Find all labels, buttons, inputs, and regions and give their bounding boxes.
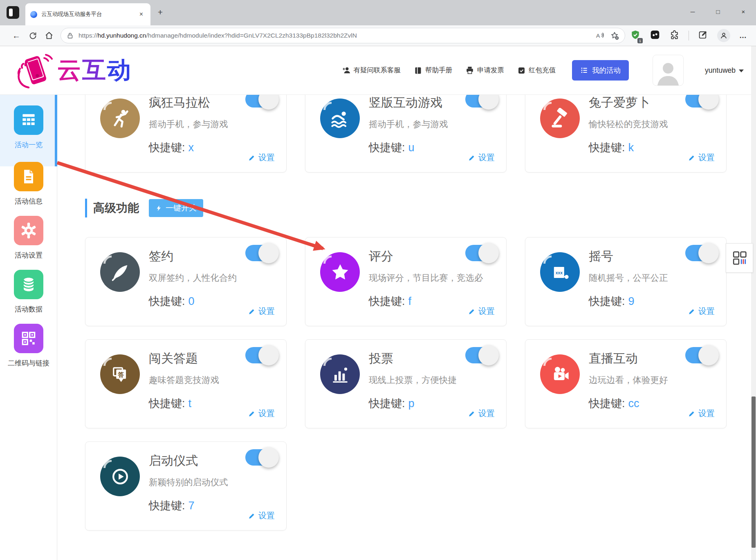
edit-collections-icon[interactable]	[698, 30, 708, 42]
address-bar[interactable]: https://hd.yunhudong.cn/hdmanage/hdmodul…	[61, 28, 625, 43]
sidebar-item-activity-overview[interactable]: 活动一览	[0, 105, 57, 150]
module-desc: 随机摇号，公平公正	[589, 272, 668, 284]
module-desc: 双屏签约，人性化合约	[149, 272, 237, 284]
help-manual-link[interactable]: 帮助手册	[414, 66, 452, 75]
user-avatar[interactable]	[653, 55, 684, 86]
sidebar-item-qrcode-links[interactable]: 二维码与链接	[0, 324, 57, 368]
redpacket-recharge-link[interactable]: 红包充值	[517, 66, 556, 75]
pencil-icon	[248, 308, 256, 315]
sidebar-item-activity-data[interactable]: 活动数据	[0, 270, 57, 314]
module-card-live-interaction: 直播互动 边玩边看，体验更好 快捷键:cc 设置	[525, 339, 727, 428]
shortcut-value: x	[188, 141, 194, 154]
site-logo[interactable]: 云互动	[16, 52, 132, 89]
tab-close-icon[interactable]: ×	[137, 10, 146, 19]
toggle-switch[interactable]	[245, 95, 276, 108]
module-title: 签约	[149, 248, 173, 265]
module-title: 闯关答题	[149, 350, 198, 367]
module-title: 投票	[369, 350, 393, 367]
module-card-quiz: 答 闯关答题 趣味答题竞技游戏 快捷键:t 设置	[85, 339, 287, 428]
toggle-switch[interactable]	[245, 245, 276, 261]
favorites-star-icon[interactable]	[610, 31, 619, 40]
contact-support-link[interactable]: 有疑问联系客服	[342, 66, 401, 75]
settings-link[interactable]: 设置	[688, 152, 715, 163]
main-content: 疯狂马拉松 摇动手机，参与游戏 快捷键:x 设置 竖版互动游戏 摇动手机，参与游…	[57, 95, 756, 560]
settings-link[interactable]: 设置	[248, 408, 275, 419]
svg-text:A: A	[596, 33, 600, 39]
gavel-icon	[550, 108, 571, 129]
url-scheme: https://	[79, 32, 98, 39]
settings-link[interactable]: 设置	[468, 408, 495, 419]
settings-link[interactable]: 设置	[248, 306, 275, 317]
answer-bubble-icon: 答	[110, 364, 131, 385]
pencil-icon	[688, 410, 695, 417]
phone-hand-logo-icon	[16, 52, 55, 89]
back-icon[interactable]: ←	[8, 28, 25, 43]
book-icon	[414, 66, 422, 75]
settings-link[interactable]: 设置	[468, 306, 495, 317]
profile-icon[interactable]	[717, 29, 730, 42]
module-desc: 新颖特别的启动仪式	[149, 476, 228, 488]
svg-text:xxx: xxx	[555, 271, 562, 275]
shortcut-value: k	[628, 141, 634, 154]
extensions-puzzle-icon[interactable]	[669, 30, 680, 42]
window-close-button[interactable]: ×	[731, 0, 756, 23]
dark-extension-icon[interactable]	[650, 29, 660, 42]
settings-link[interactable]: 设置	[248, 510, 275, 521]
video-camera-icon	[550, 364, 571, 385]
window-minimize-button[interactable]: ─	[680, 0, 705, 23]
site-header: 云互动 有疑问联系客服 帮助手册 申请发票 红包充值 我的活动	[0, 46, 756, 95]
toggle-switch[interactable]	[685, 245, 716, 261]
sidebar-item-activity-settings[interactable]: 活动设置	[0, 216, 57, 260]
workspaces-icon[interactable]	[7, 6, 19, 19]
settings-link[interactable]: 设置	[688, 306, 715, 317]
refresh-icon[interactable]	[25, 28, 41, 43]
pencil-icon	[248, 154, 256, 161]
shortcut-value: t	[188, 397, 192, 410]
new-tab-button[interactable]: +	[155, 7, 166, 17]
one-key-switch-button[interactable]: 一键开关	[149, 199, 203, 217]
pencil-icon	[468, 410, 476, 417]
shortcut-label: 快捷键:	[589, 295, 625, 307]
avatar-silhouette-icon	[656, 59, 680, 85]
document-icon	[20, 168, 38, 186]
list-icon	[580, 66, 588, 74]
section-title: 高级功能	[93, 200, 139, 216]
module-card-marathon: 疯狂马拉松 摇动手机，参与游戏 快捷键:x 设置	[85, 95, 287, 172]
module-desc: 趣味答题竞技游戏	[149, 374, 219, 386]
my-activities-button[interactable]: 我的活动	[572, 60, 629, 81]
settings-more-icon[interactable]: …	[739, 31, 747, 40]
window-maximize-button[interactable]: □	[705, 0, 731, 23]
toggle-switch[interactable]	[465, 245, 496, 261]
shortcut-value: u	[408, 141, 415, 154]
toggle-switch[interactable]	[245, 347, 276, 363]
invoice-request-link[interactable]: 申请发票	[465, 66, 504, 75]
database-icon	[20, 276, 38, 293]
floating-apps-widget[interactable]	[726, 243, 753, 273]
toggle-switch[interactable]	[465, 347, 496, 363]
settings-link[interactable]: 设置	[468, 152, 495, 163]
toggle-switch[interactable]	[685, 347, 716, 363]
settings-link[interactable]: 设置	[248, 152, 275, 163]
page-scrollbar[interactable]	[751, 46, 756, 560]
toggle-switch[interactable]	[685, 95, 716, 108]
grid-icon	[20, 111, 38, 129]
browser-window: 云互动现场互动服务平台 × + ─ □ × ← https://hd.yunhu…	[0, 0, 756, 560]
read-aloud-icon[interactable]: A	[595, 31, 604, 40]
username-dropdown[interactable]: yuntuweb	[705, 66, 744, 75]
star-icon	[330, 262, 351, 283]
toggle-switch[interactable]	[245, 449, 276, 466]
home-icon[interactable]	[41, 28, 57, 43]
shortcut-label: 快捷键:	[149, 500, 185, 512]
scrollbar-thumb[interactable]	[752, 396, 756, 548]
toolbar-divider	[689, 31, 689, 40]
advanced-features-section-header: 高级功能 一键开关	[85, 197, 203, 219]
sidebar-item-activity-info[interactable]: 活动信息	[0, 162, 57, 206]
module-desc: 愉快轻松的竞技游戏	[589, 118, 668, 130]
settings-link[interactable]: 设置	[688, 408, 715, 419]
section-accent-bar	[85, 199, 87, 217]
sidebar: 活动一览 活动信息 活动设置 活动数据 二维码与链接	[0, 95, 57, 560]
module-card-rating: 评分 现场评分，节目比赛，竞选必 快捷键:f 设置	[305, 237, 507, 326]
toggle-switch[interactable]	[465, 95, 496, 108]
browser-tab[interactable]: 云互动现场互动服务平台 ×	[25, 3, 150, 25]
adblock-extension-icon[interactable]: 1	[630, 29, 641, 42]
